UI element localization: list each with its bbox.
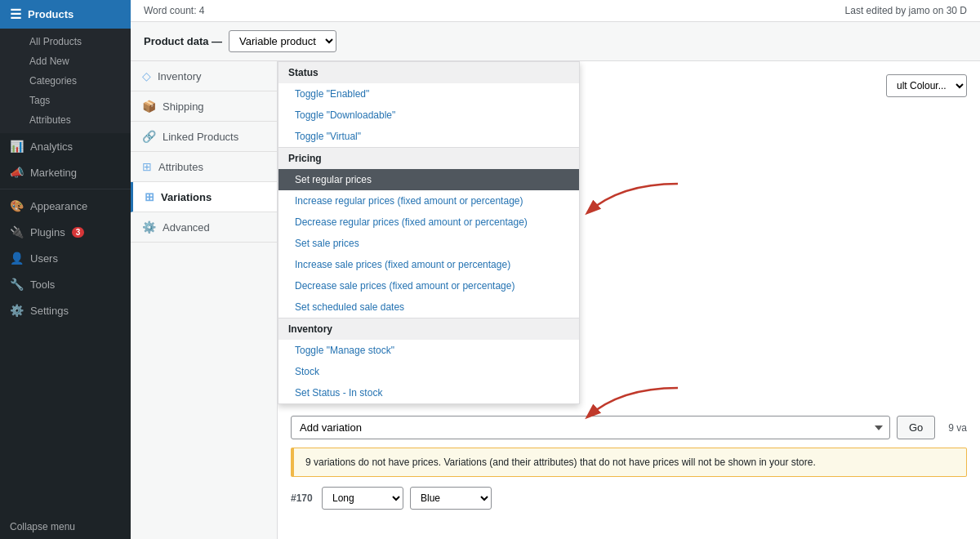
go-button[interactable]: Go [897,416,935,439]
marketing-label: Marketing [30,167,77,179]
dropdown-toggle-downloadable[interactable]: Toggle "Downloadable" [278,105,579,126]
plugins-label: Plugins [30,226,65,238]
add-variation-row: Add variation Go 9 va [291,416,967,439]
sidebar-item-attributes[interactable]: Attributes [20,110,131,130]
sidebar-item-users[interactable]: 👤 Users [0,245,131,271]
attributes-icon: ⊞ [142,160,152,173]
sidebar-item-appearance[interactable]: 🎨 Appearance [0,193,131,219]
products-submenu: All Products Add New Categories Tags Att… [0,29,131,133]
sidebar-divider [0,189,131,189]
sidebar-item-add-new[interactable]: Add New [20,51,131,71]
variation-row: #170 Long Blue [291,487,967,510]
tools-label: Tools [30,278,55,291]
dropdown-increase-regular-prices[interactable]: Increase regular prices (fixed amount or… [278,190,579,212]
settings-icon: ⚙️ [10,304,24,317]
main-content: Word count: 4 Last edited by jamo on 30 … [131,0,980,539]
products-menu-icon: ☰ [10,7,21,22]
dropdown-stock[interactable]: Stock [278,361,579,382]
tab-variations[interactable]: ⊞ Variations [131,182,277,212]
dropdown-set-status-out-of-stock[interactable]: Set Status - Out of stock [278,403,579,404]
appearance-icon: 🎨 [10,199,24,212]
sidebar: ☰ Products All Products Add New Categori… [0,0,131,539]
users-label: Users [30,252,58,265]
variation-option2-select[interactable]: Blue [410,487,492,510]
dropdown-section-status: Status [278,62,579,83]
advanced-icon: ⚙️ [142,220,156,234]
tab-advanced[interactable]: ⚙️ Advanced [131,212,277,243]
below-dropdown: Add variation Go 9 va 9 variations do no… [291,416,967,510]
inventory-icon: ◇ [142,69,151,82]
product-content: ult Colour... Status Toggle "Enabled" To… [278,61,980,539]
colour-select[interactable]: ult Colour... [886,74,967,97]
dropdown-toggle-manage-stock[interactable]: Toggle "Manage stock" [278,340,579,361]
plugins-icon: 🔌 [10,225,24,238]
sidebar-item-analytics[interactable]: 📊 Analytics [0,133,131,159]
tab-variations-label: Variations [161,191,212,203]
collapse-menu[interactable]: Collapse menu [0,514,131,539]
product-tabs: ◇ Inventory 📦 Shipping 🔗 Linked Products… [131,61,278,539]
dropdown-toggle-enabled[interactable]: Toggle "Enabled" [278,83,579,105]
variation-option1-select[interactable]: Long [322,487,403,510]
product-area: Word count: 4 Last edited by jamo on 30 … [131,0,980,539]
sidebar-item-all-products[interactable]: All Products [20,32,131,51]
dropdown-section-pricing: Pricing [278,147,579,169]
tab-linked-products-label: Linked Products [163,131,238,143]
tab-attributes[interactable]: ⊞ Attributes [131,152,277,182]
dropdown-toggle-virtual[interactable]: Toggle "Virtual" [278,126,579,147]
last-edited: Last edited by jamo on 30 D [845,5,967,16]
variations-icon: ⊞ [145,190,154,203]
analytics-icon: 📊 [10,140,24,153]
top-bar: Word count: 4 Last edited by jamo on 30 … [131,0,980,22]
dropdown-set-regular-prices[interactable]: Set regular prices [278,169,579,190]
sidebar-item-plugins[interactable]: 🔌 Plugins 3 [0,219,131,245]
dropdown-decrease-sale-prices[interactable]: Decrease sale prices (fixed amount or pe… [278,275,579,296]
sidebar-item-tags[interactable]: Tags [20,91,131,110]
product-data-header: Product data — Variable product [131,22,980,61]
variation-id: #170 [291,492,315,504]
shipping-icon: 📦 [142,100,156,113]
appearance-label: Appearance [30,200,87,212]
dropdown-set-sale-prices[interactable]: Set sale prices [278,233,579,254]
sidebar-header-label: Products [28,8,74,20]
sidebar-item-marketing[interactable]: 📣 Marketing [0,159,131,185]
product-type-select[interactable]: Variable product [229,30,336,52]
settings-label: Settings [30,305,69,317]
plugins-badge: 3 [72,227,85,238]
dropdown-set-scheduled-sale-dates[interactable]: Set scheduled sale dates [278,296,579,318]
add-variation-select[interactable]: Add variation [291,416,890,439]
tab-attributes-label: Attributes [158,161,203,173]
analytics-label: Analytics [30,140,73,153]
sidebar-products-header[interactable]: ☰ Products [0,0,131,29]
dropdown-increase-sale-prices[interactable]: Increase sale prices (fixed amount or pe… [278,254,579,275]
users-icon: 👤 [10,252,24,265]
bulk-action-dropdown: Status Toggle "Enabled" Toggle "Download… [278,61,580,404]
product-data-label: Product data — [144,35,222,47]
word-count: Word count: 4 [144,5,204,16]
marketing-icon: 📣 [10,166,24,179]
tab-inventory[interactable]: ◇ Inventory [131,61,277,91]
no-price-notice: 9 variations do not have prices. Variati… [291,448,967,477]
sidebar-item-settings[interactable]: ⚙️ Settings [0,297,131,323]
variation-count: 9 va [948,422,967,434]
tools-icon: 🔧 [10,278,24,291]
sidebar-item-tools[interactable]: 🔧 Tools [0,271,131,297]
tab-shipping-label: Shipping [163,100,204,113]
product-data-body: ◇ Inventory 📦 Shipping 🔗 Linked Products… [131,61,980,539]
tab-advanced-label: Advanced [163,221,210,234]
linked-products-icon: 🔗 [142,130,156,143]
tab-linked-products[interactable]: 🔗 Linked Products [131,122,277,152]
dropdown-section-inventory: Inventory [278,318,579,340]
tab-inventory-label: Inventory [158,70,201,82]
tab-shipping[interactable]: 📦 Shipping [131,91,277,122]
dropdown-set-status-in-stock[interactable]: Set Status - In stock [278,382,579,403]
dropdown-decrease-regular-prices[interactable]: Decrease regular prices (fixed amount or… [278,212,579,233]
sidebar-item-categories[interactable]: Categories [20,71,131,91]
